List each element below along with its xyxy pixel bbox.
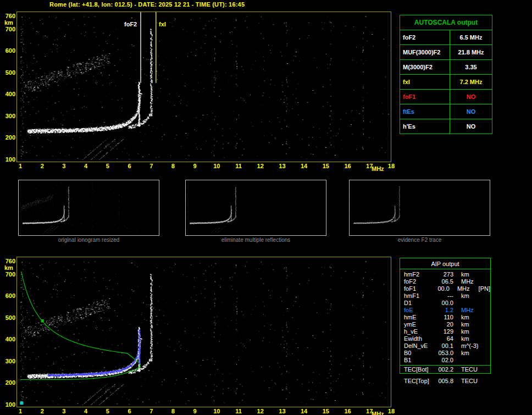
aip-unit: MHz bbox=[461, 307, 484, 314]
aip-note: [PN] bbox=[479, 285, 490, 292]
aip-row: foF100.0MHz[PN] bbox=[400, 285, 490, 292]
bottom-ionogram-panel bbox=[16, 257, 391, 407]
x-tick-label: 18 bbox=[385, 163, 397, 169]
x-tick-label: 13 bbox=[276, 163, 288, 169]
x-tick-label: 11 bbox=[232, 163, 245, 169]
aip-unit bbox=[461, 300, 484, 307]
aip-separator bbox=[400, 365, 490, 366]
aip-row: foE1.2MHz bbox=[400, 307, 490, 314]
aip-row: hmF2273km bbox=[400, 271, 490, 278]
aip-name: TEC[Bot] bbox=[404, 366, 435, 373]
autoscala-output-screen: Rome (lat: +41.8, lon: 012.5) - DATE: 20… bbox=[0, 0, 532, 415]
autoscala-output-table: AUTOSCALA outputfoF26.5 MHzMUF(3000)F221… bbox=[400, 15, 492, 134]
aip-row: h_vE129km bbox=[400, 328, 490, 335]
autoscala-row-value: NO bbox=[450, 104, 492, 119]
y-tick-label: 600 bbox=[1, 292, 15, 299]
x-tick-label: 4 bbox=[80, 163, 92, 169]
thumbnail-caption: eliminate multiple reflections bbox=[185, 237, 326, 243]
y-tick-label: 760 bbox=[1, 13, 15, 19]
x-axis-unit-label: MHz bbox=[372, 165, 384, 172]
aip-row: Ewidth64km bbox=[400, 335, 490, 342]
x-tick-label: 6 bbox=[124, 408, 136, 414]
aip-name: hmF1 bbox=[404, 292, 435, 300]
aip-name: B0 bbox=[404, 350, 435, 357]
aip-value: 053.0 bbox=[435, 350, 453, 357]
aip-unit bbox=[461, 357, 484, 364]
aip-unit: m^(-3) bbox=[461, 342, 484, 350]
aip-rows: hmF2273kmfoF206.5MHzfoF100.0MHz[PN]hmF1-… bbox=[400, 269, 490, 373]
aip-unit: km bbox=[461, 335, 484, 342]
y-tick-label: 100 bbox=[1, 156, 15, 163]
autoscala-table-title: AUTOSCALA output bbox=[400, 15, 492, 30]
aip-value: 005.8 bbox=[435, 378, 453, 385]
aip-row: TEC[Bot]002.2TECU bbox=[400, 366, 490, 373]
y-axis-unit-label: km bbox=[4, 19, 13, 26]
y-tick-label: 600 bbox=[1, 47, 15, 54]
autoscala-row-value: NO bbox=[450, 90, 492, 104]
y-tick-label: 500 bbox=[1, 69, 15, 76]
aip-value: 06.5 bbox=[435, 278, 453, 285]
aip-name: Ewidth bbox=[404, 335, 435, 342]
x-tick-label: 15 bbox=[320, 163, 332, 169]
thumbnail-original-canvas bbox=[19, 180, 158, 234]
autoscala-row-label: h'Es bbox=[400, 119, 450, 134]
fxi-marker-label: fxI bbox=[158, 21, 167, 27]
x-tick-label: 3 bbox=[58, 163, 70, 169]
y-tick-label: 200 bbox=[1, 379, 15, 386]
aip-value: 129 bbox=[435, 328, 453, 335]
aip-value: 20 bbox=[435, 321, 453, 328]
autoscaled-ionogram-canvas bbox=[17, 257, 391, 407]
thumbnail-f2-evidence-canvas bbox=[350, 180, 489, 234]
x-tick-label: 6 bbox=[124, 163, 136, 169]
autoscala-row-value: NO bbox=[450, 119, 492, 134]
aip-unit: km bbox=[461, 321, 484, 328]
aip-name: TEC[Top] bbox=[404, 378, 435, 385]
aip-name: hmF2 bbox=[404, 271, 435, 278]
aip-row: DelN_vE00.1m^(-3) bbox=[400, 342, 490, 350]
aip-name: foE bbox=[404, 307, 435, 314]
thumbnail-f2-evidence bbox=[349, 180, 490, 236]
aip-unit: km bbox=[461, 350, 484, 357]
aip-row: B102.0 bbox=[400, 357, 490, 364]
x-tick-label: 4 bbox=[80, 408, 92, 414]
y-tick-label: 100 bbox=[1, 401, 15, 408]
x-tick-label: 16 bbox=[342, 163, 354, 169]
aip-row: D100.0 bbox=[400, 300, 490, 307]
aip-name: foF1 bbox=[404, 285, 433, 292]
x-tick-label: 8 bbox=[167, 163, 179, 169]
x-tick-label: 12 bbox=[254, 163, 267, 169]
x-tick-label: 5 bbox=[102, 163, 114, 169]
aip-name: hmE bbox=[404, 314, 435, 321]
x-tick-label: 10 bbox=[210, 408, 223, 414]
y-tick-label: 400 bbox=[1, 336, 15, 342]
autoscala-row-value: 7.2 MHz bbox=[450, 75, 492, 90]
y-tick-label: 500 bbox=[1, 314, 15, 321]
x-tick-label: 1 bbox=[14, 408, 26, 414]
raw-ionogram-canvas bbox=[17, 12, 391, 162]
tec-top-row: TEC[Top]005.8TECU bbox=[400, 378, 494, 385]
aip-value: 00.0 bbox=[433, 285, 450, 292]
x-tick-label: 16 bbox=[342, 408, 354, 414]
aip-row: hmF1---km bbox=[400, 292, 490, 300]
x-tick-label: 13 bbox=[276, 408, 288, 414]
aip-row: hmE110km bbox=[400, 314, 490, 321]
x-tick-label: 15 bbox=[320, 408, 332, 414]
top-ionogram-panel: foF2 fxI bbox=[16, 12, 391, 162]
aip-value: 273 bbox=[435, 271, 453, 278]
thumbnail-no-multiples-canvas bbox=[186, 180, 325, 234]
y-tick-label: 300 bbox=[1, 113, 15, 119]
autoscala-row-label: M(3000)F2 bbox=[400, 60, 450, 75]
x-tick-label: 2 bbox=[36, 163, 48, 169]
aip-value: 002.2 bbox=[435, 366, 453, 373]
autoscala-row-label: foF1 bbox=[400, 90, 450, 104]
x-tick-label: 10 bbox=[210, 163, 223, 169]
x-tick-label: 8 bbox=[167, 408, 179, 414]
autoscala-row-label: foF2 bbox=[400, 30, 450, 45]
aip-value: 00.1 bbox=[435, 342, 453, 350]
autoscala-row-label: fxI bbox=[400, 75, 450, 90]
aip-output-table: AIP output hmF2273kmfoF206.5MHzfoF100.0M… bbox=[400, 258, 491, 374]
x-tick-label: 11 bbox=[232, 408, 245, 414]
y-tick-label: 400 bbox=[1, 91, 15, 97]
x-tick-label: 9 bbox=[189, 163, 201, 169]
aip-unit: km bbox=[461, 328, 484, 335]
